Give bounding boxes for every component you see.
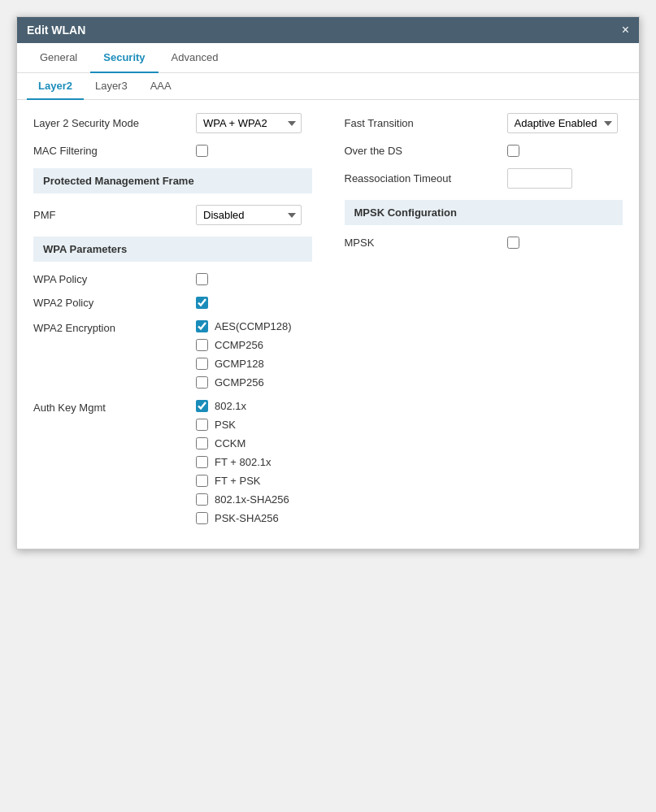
- wpa2-enc-aes-item: AES(CCMP128): [196, 320, 292, 332]
- auth-ftpsk-checkbox[interactable]: [196, 475, 208, 487]
- sub-tab-aaa[interactable]: AAA: [139, 73, 183, 100]
- reassociation-timeout-input[interactable]: 20: [507, 168, 572, 189]
- auth-ft8021x-item: FT + 802.1x: [196, 456, 289, 468]
- auth-psk-sha256-item: PSK-SHA256: [196, 512, 289, 524]
- tab-security[interactable]: Security: [90, 43, 158, 73]
- auth-8021x-sha256-label: 802.1x-SHA256: [215, 493, 289, 506]
- mpsk-config-section-header: MPSK Configuration: [345, 200, 623, 225]
- over-the-ds-label: Over the DS: [345, 145, 507, 157]
- auth-8021x-checkbox[interactable]: [196, 400, 208, 412]
- wpa2-enc-gcmp256-label: GCMP256: [215, 376, 264, 389]
- wpa2-encryption-control: AES(CCMP128) CCMP256 GCMP128 GCMP25: [196, 320, 292, 389]
- over-the-ds-control: [507, 145, 519, 157]
- tab-general[interactable]: General: [27, 43, 90, 73]
- auth-8021x-sha256-item: 802.1x-SHA256: [196, 493, 289, 506]
- pmf-label: PMF: [33, 209, 196, 221]
- auth-ft8021x-checkbox[interactable]: [196, 456, 208, 468]
- auth-psk-checkbox[interactable]: [196, 419, 208, 431]
- wpa2-enc-gcmp256-checkbox[interactable]: [196, 376, 208, 389]
- layer2-security-mode-label: Layer 2 Security Mode: [33, 117, 196, 129]
- sub-tabs: Layer2 Layer3 AAA: [17, 73, 639, 100]
- wpa2-encryption-label: WPA2 Encryption: [33, 320, 196, 334]
- mac-filtering-checkbox[interactable]: [196, 145, 208, 157]
- left-panel: Layer 2 Security Mode WPA + WPA2 WPA WPA…: [33, 113, 312, 536]
- wpa2-enc-gcmp128-item: GCMP128: [196, 358, 292, 370]
- wpa2-policy-label: WPA2 Policy: [33, 297, 196, 309]
- wpa2-enc-gcmp256-item: GCMP256: [196, 376, 292, 389]
- wpa-policy-control: [196, 273, 208, 285]
- pmf-control: Disabled Optional Required: [196, 205, 302, 225]
- wpa2-policy-control: [196, 297, 208, 309]
- mpsk-label: MPSK: [345, 237, 507, 249]
- auth-cckm-label: CCKM: [215, 437, 245, 449]
- layer2-security-mode-row: Layer 2 Security Mode WPA + WPA2 WPA WPA…: [33, 113, 312, 133]
- wpa-policy-checkbox[interactable]: [196, 273, 208, 285]
- sub-tab-layer2[interactable]: Layer2: [27, 73, 84, 100]
- wpa2-policy-checkbox[interactable]: [196, 297, 208, 309]
- reassociation-timeout-label: Reassociation Timeout: [345, 172, 507, 185]
- fast-transition-row: Fast Transition Adaptive Enabled Enabled…: [345, 113, 623, 133]
- fast-transition-control: Adaptive Enabled Enabled Disabled: [507, 113, 618, 133]
- wpa2-enc-ccmp256-label: CCMP256: [215, 339, 263, 351]
- auth-cckm-checkbox[interactable]: [196, 437, 208, 449]
- top-tabs: General Security Advanced: [17, 43, 639, 73]
- reassociation-timeout-control: 20: [507, 168, 572, 189]
- auth-ftpsk-label: FT + PSK: [215, 475, 260, 487]
- edit-wlan-modal: Edit WLAN × General Security Advanced La…: [16, 16, 640, 549]
- reassociation-timeout-row: Reassociation Timeout 20: [345, 168, 623, 189]
- auth-key-mgmt-label: Auth Key Mgmt: [33, 400, 196, 414]
- pmf-section-header: Protected Management Frame: [33, 168, 312, 193]
- auth-psk-sha256-checkbox[interactable]: [196, 512, 208, 524]
- auth-ft8021x-label: FT + 802.1x: [215, 456, 272, 468]
- over-the-ds-checkbox[interactable]: [507, 145, 519, 157]
- mac-filtering-control: [196, 145, 208, 157]
- mpsk-row: MPSK: [345, 237, 623, 249]
- wpa2-enc-gcmp128-label: GCMP128: [215, 358, 264, 370]
- content-area: Layer 2 Security Mode WPA + WPA2 WPA WPA…: [17, 100, 639, 549]
- auth-8021x-sha256-checkbox[interactable]: [196, 493, 208, 506]
- pmf-select[interactable]: Disabled Optional Required: [196, 205, 302, 225]
- wpa2-enc-gcmp128-checkbox[interactable]: [196, 358, 208, 370]
- auth-psk-item: PSK: [196, 419, 289, 431]
- wpa2-enc-ccmp256-checkbox[interactable]: [196, 339, 208, 351]
- wpa2-enc-aes-checkbox[interactable]: [196, 320, 208, 332]
- wpa2-encryption-row: WPA2 Encryption AES(CCMP128) CCMP256: [33, 320, 312, 389]
- fast-transition-label: Fast Transition: [345, 117, 507, 129]
- layer2-security-mode-control: WPA + WPA2 WPA WPA2 None Static WEP CKIP: [196, 113, 302, 133]
- wpa-policy-label: WPA Policy: [33, 273, 196, 285]
- wpa-params-section-header: WPA Parameters: [33, 237, 312, 262]
- modal-title: Edit WLAN: [27, 24, 85, 37]
- wpa-policy-row: WPA Policy: [33, 273, 312, 285]
- close-button[interactable]: ×: [622, 24, 629, 37]
- mpsk-control: [507, 237, 519, 249]
- auth-8021x-item: 802.1x: [196, 400, 289, 412]
- auth-key-mgmt-options: 802.1x PSK CCKM FT + 802.1x: [196, 400, 289, 524]
- pmf-row: PMF Disabled Optional Required: [33, 205, 312, 225]
- sub-tab-layer3[interactable]: Layer3: [84, 73, 139, 100]
- wpa2-enc-aes-label: AES(CCMP128): [215, 320, 292, 332]
- mac-filtering-row: MAC Filtering: [33, 145, 312, 157]
- wpa2-policy-row: WPA2 Policy: [33, 297, 312, 309]
- auth-cckm-item: CCKM: [196, 437, 289, 449]
- auth-8021x-label: 802.1x: [215, 400, 246, 412]
- wpa2-enc-ccmp256-item: CCMP256: [196, 339, 292, 351]
- auth-psk-sha256-label: PSK-SHA256: [215, 512, 279, 524]
- right-panel: Fast Transition Adaptive Enabled Enabled…: [328, 113, 623, 536]
- mac-filtering-label: MAC Filtering: [33, 145, 196, 157]
- layer2-security-mode-select[interactable]: WPA + WPA2 WPA WPA2 None Static WEP CKIP: [196, 113, 302, 133]
- tab-advanced[interactable]: Advanced: [159, 43, 232, 73]
- fast-transition-select[interactable]: Adaptive Enabled Enabled Disabled: [507, 113, 618, 133]
- auth-ftpsk-item: FT + PSK: [196, 475, 289, 487]
- wpa2-encryption-options: AES(CCMP128) CCMP256 GCMP128 GCMP25: [196, 320, 292, 389]
- modal-header: Edit WLAN ×: [17, 17, 639, 43]
- mpsk-checkbox[interactable]: [507, 237, 519, 249]
- auth-psk-label: PSK: [215, 419, 236, 431]
- over-the-ds-row: Over the DS: [345, 145, 623, 157]
- auth-key-mgmt-row: Auth Key Mgmt 802.1x PSK CCK: [33, 400, 312, 524]
- auth-key-mgmt-control: 802.1x PSK CCKM FT + 802.1x: [196, 400, 289, 524]
